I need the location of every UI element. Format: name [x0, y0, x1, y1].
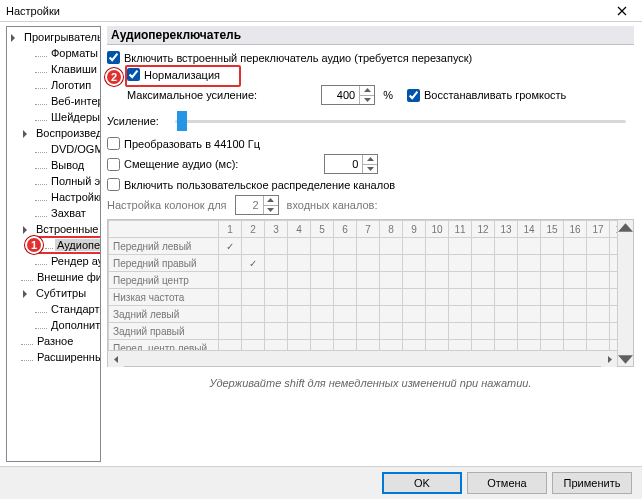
window-title: Настройки: [6, 5, 60, 17]
spinner[interactable]: [362, 155, 377, 173]
titlebar: Настройки: [0, 0, 642, 22]
tree-formats[interactable]: Форматы: [7, 45, 100, 61]
table-row[interactable]: Передний правый✓: [109, 255, 633, 272]
tree-subs-extra[interactable]: Дополнительно: [7, 317, 100, 333]
collapse-icon[interactable]: [9, 32, 20, 43]
tree-external[interactable]: Внешние фильтры: [7, 269, 100, 285]
scroll-right-icon: [601, 351, 617, 367]
settings-tree[interactable]: Проигрыватель Форматы Клавиши Логотип Ве…: [6, 26, 101, 462]
tree-builtin[interactable]: Встроенные фильтры: [7, 221, 100, 237]
collapse-icon[interactable]: [21, 224, 32, 235]
tree-output[interactable]: Вывод: [7, 157, 100, 173]
dialog-footer: OK Отмена Применить: [0, 466, 642, 499]
custommap-checkbox[interactable]: Включить пользовательское распределение …: [107, 178, 395, 191]
cancel-button[interactable]: Отмена: [467, 472, 547, 494]
table-row[interactable]: Передний левый✓: [109, 238, 633, 255]
settings-panel: Аудиопереключатель Включить встроенный п…: [101, 22, 642, 466]
restore-checkbox[interactable]: Восстанавливать громкость: [407, 89, 566, 102]
audiooffset-field[interactable]: 0: [324, 154, 378, 174]
tree-capture[interactable]: Захват: [7, 205, 100, 221]
close-button[interactable]: [602, 0, 642, 22]
table-row[interactable]: Передний центр: [109, 272, 633, 289]
tree-audioswitch[interactable]: 1 Аудиопереключатель: [7, 237, 100, 253]
table-row[interactable]: Задний правый: [109, 323, 633, 340]
annotation-highlight-2: [125, 65, 241, 87]
hint-text: Удерживайте shift для немедленных измене…: [107, 377, 634, 389]
table-row[interactable]: Низкая частота: [109, 289, 633, 306]
scroll-left-icon: [108, 351, 124, 367]
horizontal-scrollbar[interactable]: [108, 350, 617, 366]
tree-renderaudio[interactable]: Рендер аудио: [7, 253, 100, 269]
gain-slider[interactable]: [175, 120, 626, 123]
scroll-up-icon: [618, 220, 633, 236]
tree-keys[interactable]: Клавиши: [7, 61, 100, 77]
panel-title: Аудиопереключатель: [107, 26, 634, 45]
tree-syncrender[interactable]: Настройки Sync Render: [7, 189, 100, 205]
annotation-marker-2: 2: [105, 68, 123, 86]
tree-webif[interactable]: Веб-интерфейс: [7, 93, 100, 109]
annotation-marker-1: 1: [25, 236, 43, 254]
vertical-scrollbar[interactable]: [617, 220, 633, 366]
cols-label-post: входных каналов:: [287, 199, 378, 211]
tree-subs[interactable]: Субтитры: [7, 285, 100, 301]
maxgain-field[interactable]: 400: [321, 85, 375, 105]
tree-fullscreen[interactable]: Полный экран: [7, 173, 100, 189]
ok-button[interactable]: OK: [382, 472, 462, 494]
table-row[interactable]: Задний левый: [109, 306, 633, 323]
spinner[interactable]: [263, 196, 278, 214]
tree-playback[interactable]: Воспроизведение: [7, 125, 100, 141]
tree-player[interactable]: Проигрыватель: [7, 29, 100, 45]
audiooffset-checkbox[interactable]: Смещение аудио (мс):: [107, 158, 238, 171]
close-icon: [617, 6, 627, 16]
annotation-highlight-1: Аудиопереключатель: [37, 236, 101, 254]
percent-label: %: [383, 89, 393, 101]
tree-misc[interactable]: Разное: [7, 333, 100, 349]
tree-shaders[interactable]: Шейдеры: [7, 109, 100, 125]
scroll-down-icon: [618, 350, 633, 366]
tree-logo[interactable]: Логотип: [7, 77, 100, 93]
convert44100-checkbox[interactable]: Преобразовать в 44100 Гц: [107, 137, 260, 150]
gain-label: Усиление:: [107, 115, 165, 127]
enable-checkbox[interactable]: Включить встроенный переключатель аудио …: [107, 51, 472, 64]
apply-button[interactable]: Применить: [552, 472, 632, 494]
collapse-icon[interactable]: [21, 288, 32, 299]
cols-label-pre: Настройка колонок для: [107, 199, 227, 211]
channels-table[interactable]: 123456789101112131415161718Передний левы…: [107, 219, 634, 367]
tree-subs-standard[interactable]: Стандартный стиль: [7, 301, 100, 317]
spinner[interactable]: [359, 86, 374, 104]
cols-count-field[interactable]: 2: [235, 195, 279, 215]
tree-advanced[interactable]: Расширенные: [7, 349, 100, 365]
collapse-icon[interactable]: [21, 128, 32, 139]
tree-dvdogm[interactable]: DVD/OGM: [7, 141, 100, 157]
maxgain-label: Максимальное усиление:: [127, 89, 257, 101]
